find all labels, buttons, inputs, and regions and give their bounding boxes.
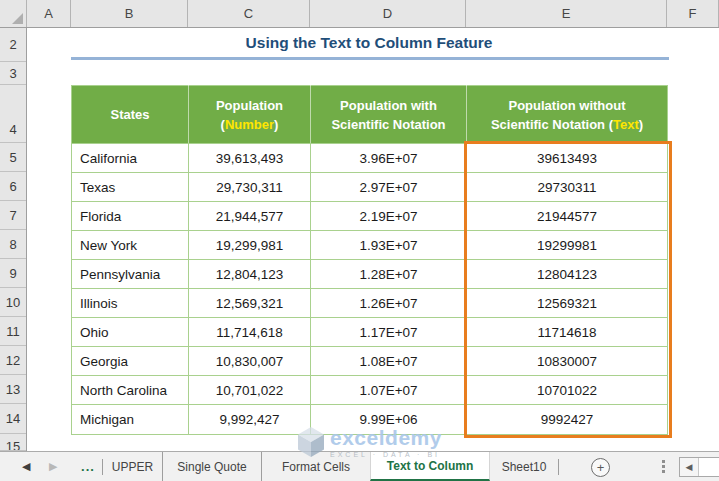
cell-population-scientific[interactable]: 1.07E+07 [311,376,467,405]
cell-population-scientific[interactable]: 2.19E+07 [311,202,467,231]
cell-population-text[interactable]: 29730311 [467,173,668,202]
table-row: Illinois12,569,3211.26E+0712569321 [72,289,668,318]
cell-population-text[interactable]: 19299981 [467,231,668,260]
row-header-14[interactable]: 14 [0,404,26,434]
cell-population-number[interactable]: 29,730,311 [189,173,311,202]
header-population-scientific[interactable]: Population withScientific Notation [311,86,467,144]
scrollbar-left-icon[interactable]: ◀ [680,458,699,476]
cell-population-scientific[interactable]: 2.97E+07 [311,173,467,202]
tab-resize-handle-icon[interactable] [662,460,665,473]
tab-scroll-forward-icon[interactable]: ▶ [49,452,57,481]
sheet-title[interactable]: Using the Text to Column Feature [71,28,667,58]
header-population-number[interactable]: Population(Number) [189,86,311,144]
cell-population-scientific[interactable]: 1.08E+07 [311,347,467,376]
cell-state[interactable]: Pennsylvania [72,260,189,289]
cell-population-scientific[interactable]: 1.28E+07 [311,260,467,289]
cell-population-scientific[interactable]: 3.96E+07 [311,144,467,173]
excel-window: ABCDEF 23456789101112131415 Using the Te… [0,0,719,481]
row-header-6[interactable]: 6 [0,172,26,201]
row-header-4[interactable]: 4 [0,85,26,143]
table-header-row: StatesPopulation(Number)Population withS… [72,86,668,144]
horizontal-scrollbar[interactable]: ◀ [679,457,719,477]
cell-population-number[interactable]: 10,830,007 [189,347,311,376]
row-header-12[interactable]: 12 [0,346,26,375]
cell-state[interactable]: Michigan [72,405,189,435]
row-header-11[interactable]: 11 [0,317,26,346]
tab-divider [102,459,103,475]
column-header-F[interactable]: F [667,0,719,27]
cell-population-number[interactable]: 21,944,577 [189,202,311,231]
cell-population-text[interactable]: 9992427 [467,405,668,435]
cell-state[interactable]: Illinois [72,289,189,318]
cell-population-text[interactable]: 21944577 [467,202,668,231]
cell-state[interactable]: Georgia [72,347,189,376]
cell-population-number[interactable]: 19,299,981 [189,231,311,260]
cell-population-number[interactable]: 11,714,618 [189,318,311,347]
cell-population-text[interactable]: 12569321 [467,289,668,318]
cell-population-text[interactable]: 12804123 [467,260,668,289]
column-header-D[interactable]: D [310,0,466,27]
row-header-5[interactable]: 5 [0,143,26,172]
table-row: Florida21,944,5772.19E+0721944577 [72,202,668,231]
table-row: Texas29,730,3112.97E+0729730311 [72,173,668,202]
cell-state[interactable]: Florida [72,202,189,231]
sheet-tab-text-to-column[interactable]: Text to Column [370,452,490,481]
row-header-13[interactable]: 13 [0,375,26,404]
row-header-10[interactable]: 10 [0,288,26,317]
row-header-2[interactable]: 2 [0,28,26,62]
sheet-tabs: UPPERSingle QuoteFormat CellsText to Col… [103,452,558,481]
column-header-C[interactable]: C [188,0,310,27]
cell-population-text[interactable]: 11714618 [467,318,668,347]
cell-state[interactable]: New York [72,231,189,260]
table-row: New York19,299,9811.93E+0719299981 [72,231,668,260]
row-header-7[interactable]: 7 [0,201,26,230]
tab-divider [558,459,559,475]
column-header-B[interactable]: B [71,0,188,27]
cell-state[interactable]: North Carolina [72,376,189,405]
row-header-9[interactable]: 9 [0,259,26,288]
cell-population-number[interactable]: 39,613,493 [189,144,311,173]
select-all-corner[interactable] [0,0,27,27]
row-header-3[interactable]: 3 [0,62,26,85]
table-row: California39,613,4933.96E+0739613493 [72,144,668,173]
cell-population-scientific[interactable]: 9.99E+06 [311,405,467,435]
cell-population-scientific[interactable]: 1.17E+07 [311,318,467,347]
cell-population-number[interactable]: 12,569,321 [189,289,311,318]
sheet-tab-single-quote[interactable]: Single Quote [163,452,262,481]
column-header-E[interactable]: E [466,0,667,27]
table-row: Pennsylvania12,804,1231.28E+0712804123 [72,260,668,289]
cell-population-number[interactable]: 9,992,427 [189,405,311,435]
cell-population-text[interactable]: 10830007 [467,347,668,376]
cell-population-scientific[interactable]: 1.93E+07 [311,231,467,260]
cell-state[interactable]: California [72,144,189,173]
cell-population-scientific[interactable]: 1.26E+07 [311,289,467,318]
sheet-tab-upper[interactable]: UPPER [103,452,163,481]
table-row: North Carolina10,701,0221.07E+0710701022 [72,376,668,405]
header-population-text[interactable]: Population withoutScientific Notation (T… [467,86,668,144]
cell-population-number[interactable]: 12,804,123 [189,260,311,289]
header-states[interactable]: States [72,86,189,144]
table-row: Michigan9,992,4279.99E+069992427 [72,405,668,435]
tab-scroll-back-icon[interactable]: ◀ [22,452,30,481]
cell-state[interactable]: Texas [72,173,189,202]
cell-state[interactable]: Ohio [72,318,189,347]
row-header-15[interactable]: 15 [0,434,26,451]
title-underline [71,57,669,60]
row-header-strip: 23456789101112131415 [0,28,27,451]
cell-population-number[interactable]: 10,701,022 [189,376,311,405]
sheet-tab-overflow[interactable]: ... [74,452,102,481]
population-table: StatesPopulation(Number)Population withS… [71,85,668,435]
table-row: Ohio11,714,6181.17E+0711714618 [72,318,668,347]
sheet-tab-sheet10[interactable]: Sheet10 [490,452,558,481]
cell-population-text[interactable]: 39613493 [467,144,668,173]
column-header-A[interactable]: A [27,0,71,27]
add-sheet-button[interactable]: + [591,458,610,477]
column-header-strip: ABCDEF [0,0,719,28]
cell-population-text[interactable]: 10701022 [467,376,668,405]
sheet-tab-bar: ◀ ▶ ... UPPERSingle QuoteFormat CellsTex… [0,451,719,481]
table-row: Georgia10,830,0071.08E+0710830007 [72,347,668,376]
sheet-tab-format-cells[interactable]: Format Cells [262,452,370,481]
row-header-8[interactable]: 8 [0,230,26,259]
